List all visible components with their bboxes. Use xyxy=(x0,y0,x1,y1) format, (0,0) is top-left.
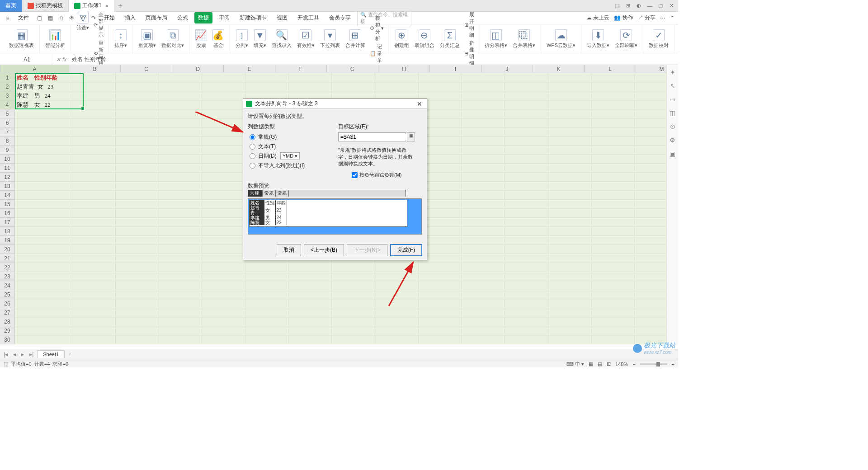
row-header[interactable]: 4 xyxy=(0,100,15,109)
cell[interactable] xyxy=(548,82,592,91)
cell[interactable] xyxy=(505,136,548,146)
cell[interactable] xyxy=(592,164,635,173)
cell[interactable] xyxy=(332,308,375,317)
cell[interactable] xyxy=(159,317,203,326)
cell[interactable] xyxy=(375,272,419,281)
cell[interactable] xyxy=(15,308,72,317)
cell[interactable] xyxy=(462,200,505,209)
cell[interactable] xyxy=(505,281,548,290)
col-header[interactable]: E xyxy=(224,65,275,73)
cell[interactable] xyxy=(462,82,505,91)
cell[interactable] xyxy=(159,146,203,155)
cancel-fx-icon[interactable]: ✕ xyxy=(56,56,61,63)
cell[interactable] xyxy=(375,73,419,82)
cell[interactable] xyxy=(116,326,159,335)
fill-button[interactable]: ▼填充▾ xyxy=(252,28,268,50)
lookup-button[interactable]: 🔍查找录入 xyxy=(270,28,293,50)
cell[interactable] xyxy=(505,127,548,136)
cell[interactable] xyxy=(592,127,635,136)
view-break-icon[interactable]: ⊞ xyxy=(607,361,611,367)
consol-button[interactable]: ⊞合并计算 xyxy=(344,28,367,50)
target-input[interactable] xyxy=(338,132,406,141)
cell[interactable] xyxy=(289,82,332,91)
cell[interactable] xyxy=(505,209,548,218)
cell[interactable] xyxy=(202,127,245,136)
more-icon[interactable]: ⋯ xyxy=(660,15,665,21)
showall-button[interactable]: ⟳ 全部显示 xyxy=(93,11,105,39)
cell[interactable] xyxy=(72,118,116,127)
tab-add[interactable]: + xyxy=(114,2,126,10)
cell[interactable] xyxy=(462,118,505,127)
cell[interactable] xyxy=(202,191,245,200)
date-format-select[interactable]: YMD ▾ xyxy=(280,152,300,160)
cell[interactable] xyxy=(72,209,116,218)
cell[interactable] xyxy=(159,281,203,290)
row-header[interactable]: 24 xyxy=(0,281,15,290)
cell[interactable] xyxy=(202,281,245,290)
cell[interactable] xyxy=(419,82,462,91)
panel-icon[interactable]: ▭ xyxy=(670,96,675,103)
cell[interactable] xyxy=(72,82,116,91)
cell[interactable] xyxy=(116,245,159,254)
cell[interactable] xyxy=(505,218,548,227)
cell[interactable] xyxy=(245,272,289,281)
cell[interactable] xyxy=(462,290,505,299)
row-header[interactable]: 14 xyxy=(0,191,15,200)
cell[interactable] xyxy=(245,82,289,91)
cell[interactable] xyxy=(332,281,375,290)
cell[interactable] xyxy=(462,236,505,245)
cell[interactable] xyxy=(159,100,203,109)
cell[interactable] xyxy=(116,209,159,218)
cell[interactable] xyxy=(15,245,72,254)
cell[interactable] xyxy=(332,272,375,281)
col-header[interactable]: D xyxy=(172,65,224,73)
cell[interactable] xyxy=(116,146,159,155)
cell[interactable] xyxy=(116,109,159,118)
cell[interactable] xyxy=(548,191,592,200)
cell[interactable] xyxy=(159,236,203,245)
cell[interactable] xyxy=(116,164,159,173)
row-header[interactable]: 17 xyxy=(0,218,15,227)
row-header[interactable]: 23 xyxy=(0,272,15,281)
cell[interactable] xyxy=(462,254,505,263)
cell[interactable] xyxy=(159,91,203,100)
cell[interactable] xyxy=(505,299,548,308)
row-header[interactable]: 26 xyxy=(0,299,15,308)
cell[interactable] xyxy=(202,100,245,109)
col-header[interactable]: G xyxy=(327,65,378,73)
cell[interactable] xyxy=(462,173,505,182)
cell[interactable] xyxy=(15,272,72,281)
cell[interactable] xyxy=(245,317,289,326)
cell[interactable] xyxy=(72,272,116,281)
cell[interactable] xyxy=(202,326,245,335)
radio-general[interactable]: 常规(G) xyxy=(248,132,329,142)
cell[interactable] xyxy=(116,136,159,146)
cell[interactable] xyxy=(462,109,505,118)
cell[interactable] xyxy=(548,245,592,254)
cell[interactable] xyxy=(15,263,72,272)
cell[interactable] xyxy=(72,155,116,164)
cell[interactable] xyxy=(202,136,245,146)
cell[interactable] xyxy=(202,209,245,218)
cell[interactable] xyxy=(72,73,116,82)
add-sheet-icon[interactable]: + xyxy=(66,351,73,357)
dup-button[interactable]: ▣重复项▾ xyxy=(137,28,158,50)
cell[interactable] xyxy=(15,290,72,299)
cell[interactable] xyxy=(202,272,245,281)
cell[interactable] xyxy=(548,100,592,109)
cell[interactable] xyxy=(116,173,159,182)
cell[interactable] xyxy=(202,299,245,308)
col-header[interactable]: L xyxy=(585,65,636,73)
cell[interactable] xyxy=(116,182,159,191)
cell[interactable] xyxy=(116,191,159,200)
cell[interactable] xyxy=(375,326,419,335)
cell[interactable] xyxy=(15,281,72,290)
cell[interactable] xyxy=(202,155,245,164)
cell[interactable] xyxy=(72,335,116,344)
cell[interactable] xyxy=(548,200,592,209)
cell[interactable] xyxy=(289,326,332,335)
cell[interactable] xyxy=(505,200,548,209)
cell[interactable] xyxy=(15,109,72,118)
cell[interactable] xyxy=(505,146,548,155)
cell[interactable] xyxy=(419,326,462,335)
